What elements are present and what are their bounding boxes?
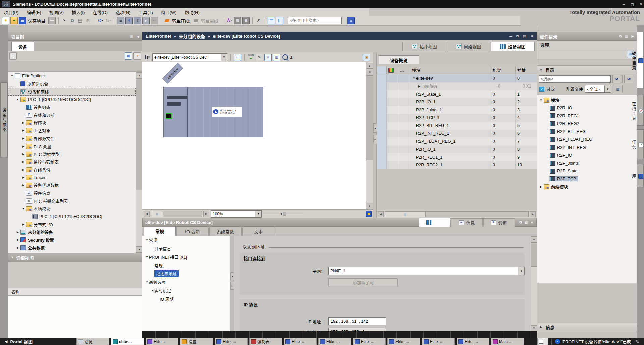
taskbar-button[interactable]: Elite_... <box>457 338 489 345</box>
subnet-dropdown[interactable]: PN/IE_1 ▼ <box>328 267 525 275</box>
cross-reference-icon[interactable]: ✗ <box>255 17 262 24</box>
save-project-label[interactable]: 保存项目 <box>28 17 45 24</box>
properties-tab-诊断[interactable]: 诊断 <box>483 218 515 227</box>
filter-checkbox[interactable]: ✓ <box>539 87 544 92</box>
project-tree-item[interactable]: ▼PLC_1 [CPU 1215FC DC/DC/DC] <box>8 96 136 103</box>
open-project-icon[interactable]: ➜ <box>10 17 18 24</box>
properties-maximize-icon[interactable]: ▤ <box>525 221 528 224</box>
properties-nav-item[interactable]: ▼常规 <box>142 236 230 244</box>
side-tab-任务[interactable]: 任务 <box>637 129 644 159</box>
catalog-item[interactable]: R2P_Joints <box>537 159 637 167</box>
col-dots[interactable]: ... <box>398 66 410 74</box>
project-tree-scrollbar[interactable]: ▲ ▼ <box>136 72 142 253</box>
nav-expanded-arrow-icon[interactable]: ▼ <box>145 281 149 284</box>
tree-expanded-arrow-icon[interactable]: ▼ <box>21 207 25 210</box>
print-icon[interactable] <box>48 17 56 24</box>
project-tree-item[interactable]: ▶PLC 变量 <box>8 142 136 150</box>
tab-常规[interactable]: 常规 <box>144 226 176 236</box>
nav-expanded-arrow-icon[interactable]: ▼ <box>150 289 154 292</box>
catalog-item[interactable]: P2R_REG2 <box>537 120 637 128</box>
taskbar-button[interactable]: Elite_... <box>422 338 455 345</box>
device-overview-row[interactable]: R2P_BIT_REG_1052...9 <box>377 122 537 130</box>
project-tree-item[interactable]: PLC 报警文本列表 <box>8 197 136 205</box>
tree-collapsed-arrow-icon[interactable]: ▶ <box>21 129 25 132</box>
menu-item[interactable]: 编辑(E) <box>22 8 45 16</box>
editor-minimize-icon[interactable]: ─ <box>509 34 512 38</box>
cut-icon[interactable]: ✂ <box>61 17 68 24</box>
properties-nav-item[interactable]: 以太网地址 <box>142 270 230 278</box>
network-overview-icon[interactable]: ↟ <box>144 54 151 61</box>
menu-item[interactable]: 插入(I) <box>68 8 89 16</box>
zoom-tool-icon[interactable] <box>282 54 288 61</box>
go-online-icon[interactable] <box>164 17 170 24</box>
catalog-info-section-header[interactable]: ▶ 信息 <box>537 323 637 331</box>
properties-scroll-down-icon[interactable]: ▼ <box>531 325 537 331</box>
profile-chevron-down-icon[interactable]: ▼ <box>604 85 611 92</box>
device-graphic[interactable]: ELITE ROBOTS 艾利特机器人 <box>163 87 263 137</box>
project-tree-item[interactable]: ▶Traces <box>8 174 136 181</box>
pen-input-icon[interactable]: ✎ <box>635 339 644 344</box>
catalog-item[interactable]: R2P_FLOAT_REG <box>537 136 637 144</box>
view-tab-设备视图[interactable]: 设备视图 <box>491 42 535 51</box>
device-overview-row[interactable]: P2R_REG1_109 <box>377 153 537 161</box>
new-project-icon[interactable]: ✶ <box>2 17 9 24</box>
project-tree-item[interactable]: ▶设备代理数据 <box>8 181 136 189</box>
side-tab-硬件目录[interactable]: 硬件目录 <box>637 32 644 88</box>
overview-scroll-left-icon[interactable]: ◀ <box>378 211 384 217</box>
project-tree-item[interactable]: ▶未分组的设备 <box>8 228 136 236</box>
taskbar-button[interactable]: Elite_... <box>215 338 248 345</box>
canvas-scroll-left-icon[interactable]: ◀ <box>144 211 150 217</box>
project-tree-item[interactable]: ▶外部源文件 <box>8 134 136 142</box>
show-addresses-icon[interactable]: ✎ <box>256 54 263 61</box>
project-tree-item[interactable]: ▶监控与强制表 <box>8 158 136 166</box>
project-tree-item[interactable]: ▶公共数据 <box>8 244 136 252</box>
grid-snap-icon[interactable]: ⌗ <box>264 54 272 61</box>
taskbar-button[interactable]: Main ... <box>491 338 524 345</box>
taskbar-button[interactable]: 强制表 <box>249 338 282 345</box>
catalog-item[interactable]: P2R_IO <box>537 104 637 112</box>
profile-dropdown[interactable]: <全部> ▼ <box>585 85 611 93</box>
subnet-chevron-down-icon[interactable]: ▼ <box>518 267 524 275</box>
catalog-collapse-icon[interactable]: ▶ <box>631 34 634 38</box>
split-editor-vertical-icon[interactable] <box>276 17 283 24</box>
paste-icon[interactable]: ▤ <box>77 17 84 24</box>
subnet-mask-input[interactable] <box>328 328 386 331</box>
maximize-button[interactable]: ◻ <box>631 2 634 7</box>
nav-expanded-arrow-icon[interactable]: ▼ <box>145 255 149 258</box>
catalog-item[interactable]: P2R_REG1 <box>537 112 637 120</box>
canvas-scroll-up-icon[interactable]: ▲ <box>366 63 373 69</box>
editor-close-icon[interactable]: ✕ <box>530 34 533 38</box>
side-tab-在线工具[interactable]: 在线工具 <box>637 95 644 126</box>
project-tree-item[interactable]: ▶在线备份 <box>8 166 136 174</box>
touch-panel-icon[interactable]: ▥ <box>347 17 355 24</box>
project-tree-item[interactable]: PLC_1 [CPU 1215FC DC/DC/DC] <box>8 213 136 220</box>
breadcrumb-item[interactable]: 未分组的设备 <box>179 33 205 39</box>
taskbar-button[interactable]: Elite_... <box>318 338 351 345</box>
row-collapsed-arrow-icon[interactable]: ▶ <box>417 85 421 88</box>
tree-collapsed-arrow-icon[interactable]: ▶ <box>21 121 25 124</box>
catalog-item[interactable]: ▼模块 <box>537 96 637 104</box>
breadcrumb-item[interactable]: elite-dev [Elite Robot CS Device] <box>213 34 280 39</box>
add-subnet-button[interactable]: 添加新子网 <box>328 278 398 286</box>
project-tree-item[interactable]: ▶PLC 数据类型 <box>8 150 136 158</box>
search-up-icon[interactable]: M↑ <box>624 75 634 83</box>
tab-device-overview[interactable]: 设备概览 <box>379 55 419 64</box>
split-editor-horizontal-icon[interactable] <box>268 17 275 24</box>
catalog-search-input[interactable] <box>539 75 611 83</box>
device-overview-row[interactable]: R2P_State_10110... <box>377 90 537 98</box>
canvas-vscrollbar[interactable]: ▲ ≣ ▼ <box>366 62 373 209</box>
copy-icon[interactable]: ⧉ <box>69 17 76 24</box>
device-overview-row[interactable]: R2P_IO_10226... <box>377 98 537 106</box>
go-online-label[interactable]: 转至在线 <box>172 17 190 24</box>
menu-item[interactable]: 项目(P) <box>0 8 22 16</box>
delete-icon[interactable]: ✕ <box>85 17 91 24</box>
project-tree-item[interactable]: ▶分布式 I/O <box>8 221 136 228</box>
menu-item[interactable]: 窗口(W) <box>157 8 181 16</box>
tree-collapsed-arrow-icon[interactable]: ▶ <box>21 153 25 156</box>
project-tree-item[interactable]: ▶Security 设置 <box>8 236 136 244</box>
properties-tab-信息[interactable]: 信息 <box>451 218 483 227</box>
restore-window-icon[interactable] <box>234 17 241 24</box>
row-expanded-arrow-icon[interactable]: ▼ <box>412 77 416 80</box>
tab-devices[interactable]: 设备 <box>11 42 34 51</box>
device-overview-row[interactable]: ▶Interface00 X1 <box>377 82 537 91</box>
